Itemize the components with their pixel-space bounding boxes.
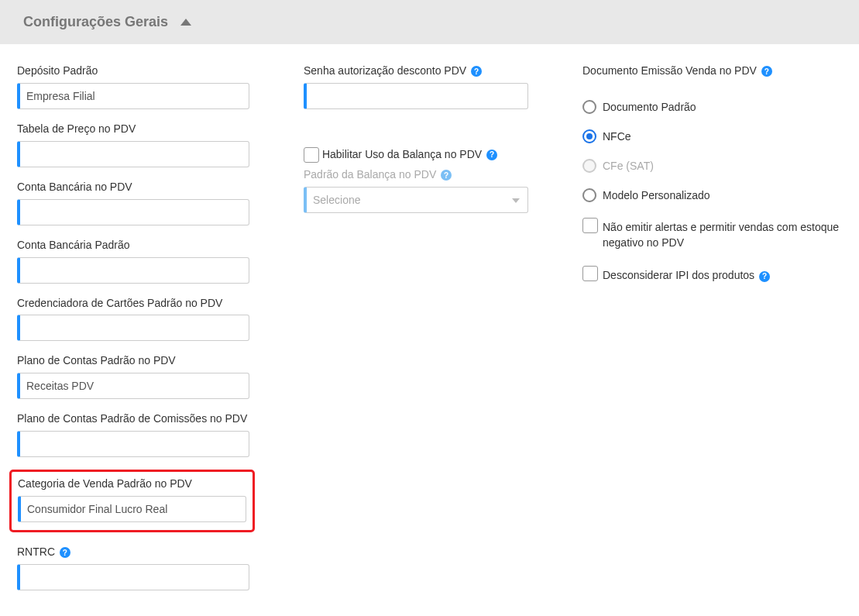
input-plano-contas-pdv[interactable] — [17, 373, 249, 399]
field-tabela-preco: Tabela de Preço no PDV — [17, 122, 249, 167]
label-padrao-balanca: Padrão da Balança no PDV ? — [304, 167, 528, 182]
column-left: Depósito Padrão Tabela de Preço no PDV C… — [17, 64, 249, 603]
panel-header[interactable]: Configurações Gerais — [0, 0, 859, 44]
label-habilitar-balanca: Habilitar Uso da Balança no PDV — [322, 146, 482, 160]
field-plano-contas-comissoes: Plano de Contas Padrão de Comissões no P… — [17, 411, 249, 457]
field-credenciadora: Credenciadora de Cartões Padrão no PDV — [17, 296, 249, 342]
label-plano-contas-comissoes: Plano de Contas Padrão de Comissões no P… — [17, 411, 249, 426]
help-icon[interactable]: ? — [761, 66, 772, 77]
checkbox-nao-emitir-alertas[interactable] — [582, 218, 598, 233]
help-icon[interactable]: ? — [486, 150, 497, 160]
radio-label-modelo-personalizado: Modelo Personalizado — [603, 189, 710, 201]
input-senha-desconto[interactable] — [304, 83, 528, 109]
radio-modelo-personalizado[interactable] — [582, 188, 596, 202]
field-habilitar-balanca: Habilitar Uso da Balança no PDV ? — [304, 146, 528, 163]
field-senha-desconto: Senha autorização desconto PDV ? — [304, 64, 528, 109]
label-rntrc-text: RNTRC — [17, 545, 55, 558]
label-categoria-venda: Categoria de Venda Padrão no PDV — [18, 477, 246, 491]
checkbox-row-desconsiderar-ipi: Desconsiderar IPI dos produtos ? — [582, 266, 842, 283]
field-plano-contas-pdv: Plano de Contas Padrão no PDV — [17, 353, 249, 399]
label-tabela-preco: Tabela de Preço no PDV — [17, 122, 249, 136]
radio-documento-padrao[interactable] — [582, 100, 596, 114]
label-padrao-balanca-text: Padrão da Balança no PDV — [304, 168, 436, 181]
input-rntrc[interactable] — [17, 564, 249, 590]
label-credenciadora: Credenciadora de Cartões Padrão no PDV — [17, 296, 249, 311]
column-middle: Senha autorização desconto PDV ? Habilit… — [304, 64, 528, 603]
panel-title: Configurações Gerais — [23, 14, 168, 30]
label-conta-bancaria-pdv: Conta Bancária no PDV — [17, 180, 249, 194]
label-deposito-padrao: Depósito Padrão — [17, 64, 249, 78]
label-documento-emissao-text: Documento Emissão Venda no PDV — [582, 64, 757, 77]
chevron-up-icon — [180, 19, 191, 26]
radio-row-cfe-sat: CFe (SAT) — [582, 159, 842, 173]
input-tabela-preco[interactable] — [17, 141, 249, 167]
chevron-down-icon — [512, 198, 520, 203]
label-rntrc: RNTRC ? — [17, 545, 249, 559]
radio-row-documento-padrao: Documento Padrão — [582, 100, 842, 114]
label-senha-desconto: Senha autorização desconto PDV ? — [304, 64, 528, 78]
input-conta-bancaria-pdv[interactable] — [17, 199, 249, 225]
label-conta-bancaria-padrao: Conta Bancária Padrão — [17, 238, 249, 253]
radio-label-nfce: NFCe — [603, 130, 631, 143]
input-conta-bancaria-padrao[interactable] — [17, 257, 249, 284]
checkbox-desconsiderar-ipi[interactable] — [582, 266, 598, 281]
input-deposito-padrao[interactable] — [17, 83, 249, 109]
label-plano-contas-pdv: Plano de Contas Padrão no PDV — [17, 353, 249, 368]
field-rntrc: RNTRC ? — [17, 545, 249, 590]
label-documento-emissao: Documento Emissão Venda no PDV ? — [582, 64, 842, 78]
field-deposito-padrao: Depósito Padrão — [17, 64, 249, 109]
radio-row-modelo-personalizado: Modelo Personalizado — [582, 188, 842, 202]
field-padrao-balanca: Padrão da Balança no PDV ? Selecione — [304, 167, 528, 213]
field-categoria-venda: Categoria de Venda Padrão no PDV — [18, 477, 246, 522]
radio-label-documento-padrao: Documento Padrão — [603, 101, 696, 113]
highlight-categoria-venda: Categoria de Venda Padrão no PDV — [9, 470, 255, 532]
label-desconsiderar-ipi-text: Desconsiderar IPI dos produtos — [603, 269, 754, 281]
input-credenciadora[interactable] — [17, 315, 249, 341]
radio-cfe-sat — [582, 159, 596, 173]
label-desconsiderar-ipi: Desconsiderar IPI dos produtos ? — [603, 266, 770, 283]
panel-body: Depósito Padrão Tabela de Preço no PDV C… — [0, 44, 859, 616]
checkbox-row-nao-emitir-alertas: Não emitir alertas e permitir vendas com… — [582, 218, 842, 251]
help-icon[interactable]: ? — [441, 170, 452, 181]
select-placeholder: Selecione — [313, 194, 361, 206]
help-icon[interactable]: ? — [759, 271, 770, 282]
help-icon[interactable]: ? — [60, 547, 70, 558]
label-senha-desconto-text: Senha autorização desconto PDV — [304, 64, 466, 77]
radio-label-cfe-sat: CFe (SAT) — [603, 160, 654, 172]
column-right: Documento Emissão Venda no PDV ? Documen… — [582, 64, 842, 603]
select-padrao-balanca[interactable]: Selecione — [304, 187, 528, 213]
radio-row-nfce: NFCe — [582, 129, 842, 143]
label-nao-emitir-alertas: Não emitir alertas e permitir vendas com… — [603, 218, 842, 251]
radio-nfce[interactable] — [582, 129, 596, 143]
input-categoria-venda[interactable] — [18, 496, 246, 522]
field-conta-bancaria-pdv: Conta Bancária no PDV — [17, 180, 249, 225]
field-conta-bancaria-padrao: Conta Bancária Padrão — [17, 238, 249, 284]
checkbox-habilitar-balanca[interactable] — [304, 147, 319, 163]
input-plano-contas-comissoes[interactable] — [17, 431, 249, 457]
help-icon[interactable]: ? — [471, 66, 482, 77]
